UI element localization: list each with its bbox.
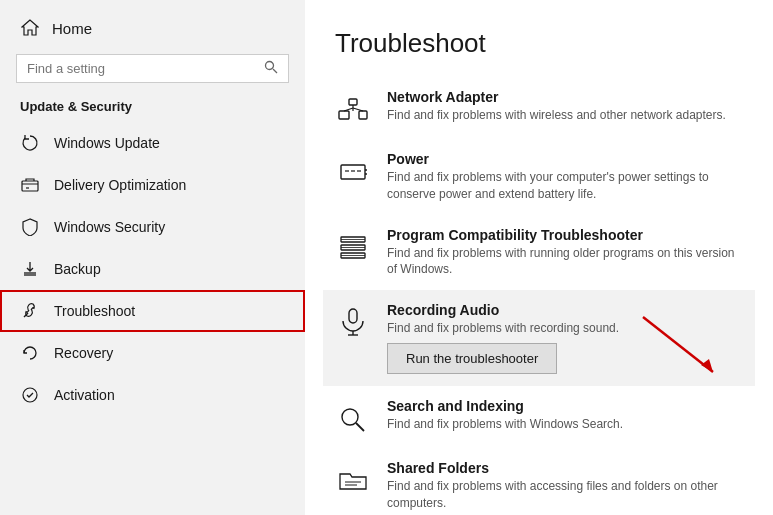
search-icon [264,60,278,77]
search-indexing-icon [335,400,371,436]
delivery-optimization-label: Delivery Optimization [54,177,186,193]
svg-rect-7 [359,111,367,119]
sidebar-item-backup[interactable]: Backup [0,248,305,290]
svg-rect-8 [349,99,357,105]
windows-update-label: Windows Update [54,135,160,151]
folder-icon [335,462,371,498]
activation-icon [20,385,40,405]
svg-rect-2 [22,181,38,191]
search-box[interactable] [16,54,289,83]
home-icon [20,18,40,38]
list-item-program-compat: Program Compatibility Troubleshooter Fin… [335,215,743,291]
sidebar-home[interactable]: Home [0,0,305,50]
svg-rect-24 [349,309,357,323]
sidebar-item-windows-update[interactable]: Windows Update [0,122,305,164]
shield-icon [20,217,40,237]
recording-audio-title: Recording Audio [387,302,743,318]
recovery-icon [20,343,40,363]
svg-point-0 [266,62,274,70]
search-indexing-desc: Find and fix problems with Windows Searc… [387,416,743,433]
home-label: Home [52,20,92,37]
list-item-search-indexing: Search and Indexing Find and fix problem… [335,386,743,448]
network-icon [335,91,371,127]
program-compat-title: Program Compatibility Troubleshooter [387,227,743,243]
list-item-power: Power Find and fix problems with your co… [335,139,743,215]
network-adapter-desc: Find and fix problems with wireless and … [387,107,743,124]
recovery-label: Recovery [54,345,113,361]
page-title: Troubleshoot [335,28,743,59]
sidebar-item-recovery[interactable]: Recovery [0,332,305,374]
mic-icon [335,304,371,340]
power-desc: Find and fix problems with your computer… [387,169,743,203]
list-item-shared-folders: Shared Folders Find and fix problems wit… [335,448,743,515]
update-icon [20,133,40,153]
sidebar-item-troubleshoot[interactable]: Troubleshoot [0,290,305,332]
shared-folders-title: Shared Folders [387,460,743,476]
shared-folders-desc: Find and fix problems with accessing fil… [387,478,743,512]
sidebar-item-activation[interactable]: Activation [0,374,305,416]
program-compat-desc: Find and fix problems with running older… [387,245,743,279]
sidebar-item-delivery-optimization[interactable]: Delivery Optimization [0,164,305,206]
svg-marker-28 [701,359,713,372]
svg-point-5 [23,388,37,402]
svg-line-30 [356,423,364,431]
activation-label: Activation [54,387,115,403]
main-content: Troubleshoot Network Adapter Find and fi… [305,0,773,515]
backup-label: Backup [54,261,101,277]
svg-line-11 [353,108,363,111]
svg-line-1 [273,69,277,73]
svg-rect-6 [339,111,349,119]
red-arrow-indicator [623,307,743,387]
list-item-network-adapter: Network Adapter Find and fix problems wi… [335,77,743,139]
section-title: Update & Security [0,95,305,122]
backup-icon [20,259,40,279]
network-adapter-title: Network Adapter [387,89,743,105]
delivery-icon [20,175,40,195]
program-icon [335,229,371,265]
search-input[interactable] [27,61,258,76]
sidebar: Home Update & Security Windows Update [0,0,305,515]
power-icon [335,153,371,189]
power-title: Power [387,151,743,167]
svg-rect-12 [341,165,365,179]
search-indexing-title: Search and Indexing [387,398,743,414]
svg-point-29 [342,409,358,425]
troubleshoot-label: Troubleshoot [54,303,135,319]
wrench-icon [20,301,40,321]
windows-security-label: Windows Security [54,219,165,235]
recording-audio-desc: Find and fix problems with recording sou… [387,320,743,337]
sidebar-item-windows-security[interactable]: Windows Security [0,206,305,248]
run-troubleshooter-button[interactable]: Run the troubleshooter [387,343,557,374]
list-item-recording-audio: Recording Audio Find and fix problems wi… [323,290,755,386]
